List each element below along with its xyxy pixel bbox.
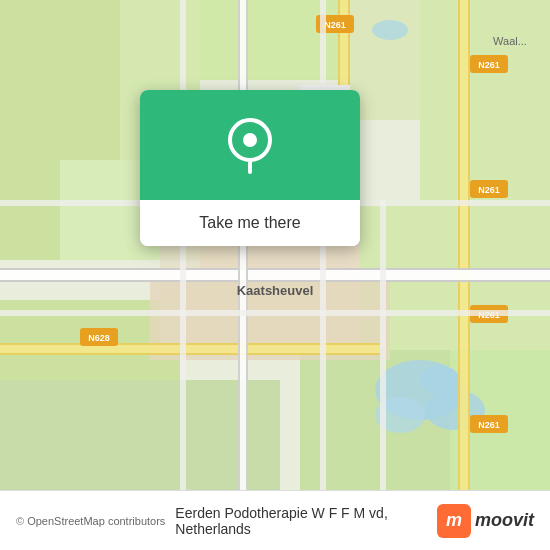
- moovit-logo: m moovit: [437, 504, 534, 538]
- svg-text:N261: N261: [478, 420, 500, 430]
- svg-rect-44: [0, 268, 550, 270]
- svg-text:Kaatsheuvel: Kaatsheuvel: [237, 283, 314, 298]
- popup-header: [140, 90, 360, 200]
- svg-rect-53: [380, 200, 386, 490]
- take-me-there-button[interactable]: Take me there: [140, 200, 360, 246]
- svg-rect-33: [348, 0, 350, 90]
- svg-text:N261: N261: [478, 60, 500, 70]
- pin-circle: [228, 118, 272, 162]
- svg-rect-50: [0, 310, 550, 316]
- pin-inner: [243, 133, 257, 147]
- svg-point-15: [420, 366, 460, 394]
- svg-text:N261: N261: [478, 185, 500, 195]
- copyright-symbol: © OpenStreetMap contributors: [16, 515, 165, 527]
- svg-text:N628: N628: [88, 333, 110, 343]
- svg-rect-32: [338, 0, 340, 90]
- location-name: Eerden Podotherapie W F F M vd, Netherla…: [175, 505, 427, 537]
- moovit-logo-text: moovit: [475, 510, 534, 531]
- popup-triangle: [238, 244, 262, 246]
- moovit-logo-icon: m: [437, 504, 471, 538]
- bottom-bar: © OpenStreetMap contributors Eerden Podo…: [0, 490, 550, 550]
- svg-rect-21: [458, 0, 460, 490]
- svg-rect-22: [468, 0, 470, 490]
- pin-tail: [248, 162, 252, 174]
- location-pin: [228, 118, 272, 172]
- map-container: N261 N261 N261 N261 N261 N628: [0, 0, 550, 490]
- svg-rect-4: [200, 0, 350, 80]
- svg-point-16: [372, 20, 408, 40]
- svg-text:Waal...: Waal...: [493, 35, 527, 47]
- osm-credit: OpenStreetMap contributors: [27, 515, 165, 527]
- svg-text:N261: N261: [324, 20, 346, 30]
- popup-card: Take me there: [140, 90, 360, 246]
- svg-rect-45: [0, 280, 550, 282]
- svg-rect-6: [420, 0, 550, 200]
